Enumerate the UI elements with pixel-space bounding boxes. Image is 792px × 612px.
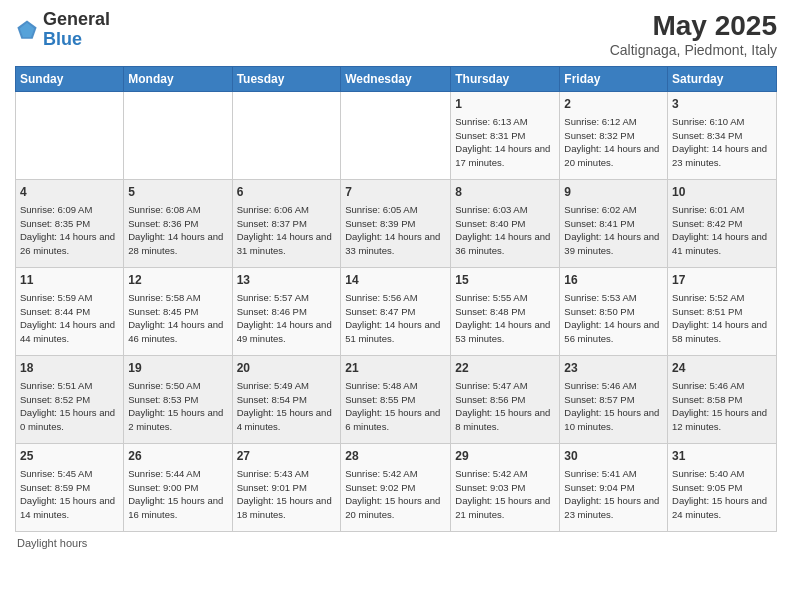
table-row: 24Sunrise: 5:46 AMSunset: 8:58 PMDayligh…	[668, 356, 777, 444]
day-info: Sunrise: 6:06 AMSunset: 8:37 PMDaylight:…	[237, 203, 337, 258]
daylight-hours-label: Daylight hours	[17, 537, 87, 549]
day-number: 2	[564, 96, 663, 113]
table-row: 25Sunrise: 5:45 AMSunset: 8:59 PMDayligh…	[16, 444, 124, 532]
day-info: Sunrise: 5:57 AMSunset: 8:46 PMDaylight:…	[237, 291, 337, 346]
day-number: 7	[345, 184, 446, 201]
day-number: 25	[20, 448, 119, 465]
day-number: 16	[564, 272, 663, 289]
day-info: Sunrise: 5:47 AMSunset: 8:56 PMDaylight:…	[455, 379, 555, 434]
day-number: 22	[455, 360, 555, 377]
day-number: 18	[20, 360, 119, 377]
day-number: 11	[20, 272, 119, 289]
day-number: 12	[128, 272, 227, 289]
table-row: 28Sunrise: 5:42 AMSunset: 9:02 PMDayligh…	[341, 444, 451, 532]
day-info: Sunrise: 5:42 AMSunset: 9:03 PMDaylight:…	[455, 467, 555, 522]
day-number: 31	[672, 448, 772, 465]
table-row: 14Sunrise: 5:56 AMSunset: 8:47 PMDayligh…	[341, 268, 451, 356]
day-info: Sunrise: 6:03 AMSunset: 8:40 PMDaylight:…	[455, 203, 555, 258]
day-number: 21	[345, 360, 446, 377]
col-monday: Monday	[124, 67, 232, 92]
table-row: 11Sunrise: 5:59 AMSunset: 8:44 PMDayligh…	[16, 268, 124, 356]
table-row: 27Sunrise: 5:43 AMSunset: 9:01 PMDayligh…	[232, 444, 341, 532]
location-title: Caltignaga, Piedmont, Italy	[610, 42, 777, 58]
table-row: 18Sunrise: 5:51 AMSunset: 8:52 PMDayligh…	[16, 356, 124, 444]
page: General Blue May 2025 Caltignaga, Piedmo…	[0, 0, 792, 612]
table-row: 5Sunrise: 6:08 AMSunset: 8:36 PMDaylight…	[124, 180, 232, 268]
day-info: Sunrise: 5:59 AMSunset: 8:44 PMDaylight:…	[20, 291, 119, 346]
calendar-week-row: 18Sunrise: 5:51 AMSunset: 8:52 PMDayligh…	[16, 356, 777, 444]
table-row: 22Sunrise: 5:47 AMSunset: 8:56 PMDayligh…	[451, 356, 560, 444]
day-number: 28	[345, 448, 446, 465]
day-info: Sunrise: 5:46 AMSunset: 8:57 PMDaylight:…	[564, 379, 663, 434]
table-row: 17Sunrise: 5:52 AMSunset: 8:51 PMDayligh…	[668, 268, 777, 356]
table-row: 1Sunrise: 6:13 AMSunset: 8:31 PMDaylight…	[451, 92, 560, 180]
table-row: 12Sunrise: 5:58 AMSunset: 8:45 PMDayligh…	[124, 268, 232, 356]
table-row: 8Sunrise: 6:03 AMSunset: 8:40 PMDaylight…	[451, 180, 560, 268]
day-info: Sunrise: 5:43 AMSunset: 9:01 PMDaylight:…	[237, 467, 337, 522]
day-number: 10	[672, 184, 772, 201]
title-block: May 2025 Caltignaga, Piedmont, Italy	[610, 10, 777, 58]
day-number: 9	[564, 184, 663, 201]
table-row: 4Sunrise: 6:09 AMSunset: 8:35 PMDaylight…	[16, 180, 124, 268]
day-info: Sunrise: 5:53 AMSunset: 8:50 PMDaylight:…	[564, 291, 663, 346]
day-info: Sunrise: 6:02 AMSunset: 8:41 PMDaylight:…	[564, 203, 663, 258]
table-row: 20Sunrise: 5:49 AMSunset: 8:54 PMDayligh…	[232, 356, 341, 444]
day-info: Sunrise: 5:56 AMSunset: 8:47 PMDaylight:…	[345, 291, 446, 346]
table-row: 10Sunrise: 6:01 AMSunset: 8:42 PMDayligh…	[668, 180, 777, 268]
day-number: 8	[455, 184, 555, 201]
table-row: 31Sunrise: 5:40 AMSunset: 9:05 PMDayligh…	[668, 444, 777, 532]
day-info: Sunrise: 6:08 AMSunset: 8:36 PMDaylight:…	[128, 203, 227, 258]
calendar-week-row: 11Sunrise: 5:59 AMSunset: 8:44 PMDayligh…	[16, 268, 777, 356]
day-number: 27	[237, 448, 337, 465]
day-number: 6	[237, 184, 337, 201]
day-info: Sunrise: 5:49 AMSunset: 8:54 PMDaylight:…	[237, 379, 337, 434]
table-row: 23Sunrise: 5:46 AMSunset: 8:57 PMDayligh…	[560, 356, 668, 444]
day-info: Sunrise: 5:44 AMSunset: 9:00 PMDaylight:…	[128, 467, 227, 522]
day-info: Sunrise: 5:48 AMSunset: 8:55 PMDaylight:…	[345, 379, 446, 434]
day-info: Sunrise: 5:58 AMSunset: 8:45 PMDaylight:…	[128, 291, 227, 346]
logo: General Blue	[15, 10, 110, 50]
col-friday: Friday	[560, 67, 668, 92]
day-number: 29	[455, 448, 555, 465]
table-row: 15Sunrise: 5:55 AMSunset: 8:48 PMDayligh…	[451, 268, 560, 356]
day-info: Sunrise: 5:51 AMSunset: 8:52 PMDaylight:…	[20, 379, 119, 434]
table-row	[232, 92, 341, 180]
table-row: 9Sunrise: 6:02 AMSunset: 8:41 PMDaylight…	[560, 180, 668, 268]
day-number: 13	[237, 272, 337, 289]
col-sunday: Sunday	[16, 67, 124, 92]
day-number: 17	[672, 272, 772, 289]
table-row: 16Sunrise: 5:53 AMSunset: 8:50 PMDayligh…	[560, 268, 668, 356]
day-info: Sunrise: 5:40 AMSunset: 9:05 PMDaylight:…	[672, 467, 772, 522]
table-row: 21Sunrise: 5:48 AMSunset: 8:55 PMDayligh…	[341, 356, 451, 444]
col-thursday: Thursday	[451, 67, 560, 92]
day-number: 15	[455, 272, 555, 289]
day-number: 20	[237, 360, 337, 377]
day-info: Sunrise: 5:46 AMSunset: 8:58 PMDaylight:…	[672, 379, 772, 434]
day-number: 14	[345, 272, 446, 289]
day-info: Sunrise: 6:10 AMSunset: 8:34 PMDaylight:…	[672, 115, 772, 170]
table-row	[341, 92, 451, 180]
day-info: Sunrise: 6:05 AMSunset: 8:39 PMDaylight:…	[345, 203, 446, 258]
logo-general-text: General	[43, 9, 110, 29]
table-row: 6Sunrise: 6:06 AMSunset: 8:37 PMDaylight…	[232, 180, 341, 268]
day-number: 5	[128, 184, 227, 201]
day-info: Sunrise: 5:45 AMSunset: 8:59 PMDaylight:…	[20, 467, 119, 522]
day-number: 26	[128, 448, 227, 465]
day-number: 4	[20, 184, 119, 201]
day-info: Sunrise: 6:12 AMSunset: 8:32 PMDaylight:…	[564, 115, 663, 170]
logo-icon	[15, 18, 39, 42]
day-number: 23	[564, 360, 663, 377]
col-wednesday: Wednesday	[341, 67, 451, 92]
table-row: 26Sunrise: 5:44 AMSunset: 9:00 PMDayligh…	[124, 444, 232, 532]
table-row	[124, 92, 232, 180]
day-info: Sunrise: 6:13 AMSunset: 8:31 PMDaylight:…	[455, 115, 555, 170]
calendar-week-row: 4Sunrise: 6:09 AMSunset: 8:35 PMDaylight…	[16, 180, 777, 268]
table-row: 29Sunrise: 5:42 AMSunset: 9:03 PMDayligh…	[451, 444, 560, 532]
table-row: 13Sunrise: 5:57 AMSunset: 8:46 PMDayligh…	[232, 268, 341, 356]
day-info: Sunrise: 5:55 AMSunset: 8:48 PMDaylight:…	[455, 291, 555, 346]
table-row: 2Sunrise: 6:12 AMSunset: 8:32 PMDaylight…	[560, 92, 668, 180]
day-info: Sunrise: 5:41 AMSunset: 9:04 PMDaylight:…	[564, 467, 663, 522]
day-info: Sunrise: 6:09 AMSunset: 8:35 PMDaylight:…	[20, 203, 119, 258]
calendar-table: Sunday Monday Tuesday Wednesday Thursday…	[15, 66, 777, 532]
calendar-week-row: 1Sunrise: 6:13 AMSunset: 8:31 PMDaylight…	[16, 92, 777, 180]
